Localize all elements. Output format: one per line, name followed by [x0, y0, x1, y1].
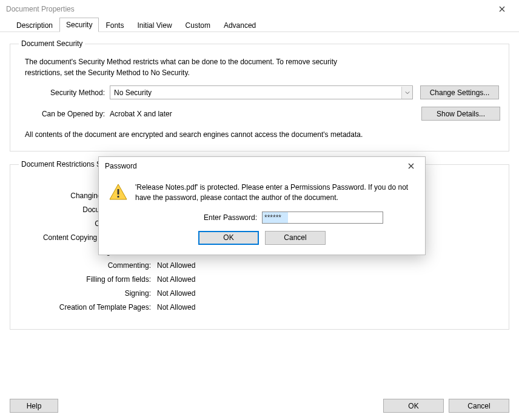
password-input[interactable]: [262, 212, 383, 224]
tab-security[interactable]: Security: [59, 18, 99, 32]
restriction-value: Not Allowed: [157, 275, 195, 284]
window-titlebar: Document Properties: [0, 0, 519, 18]
security-method-value: No Security: [114, 88, 152, 97]
document-security-legend: Document Security: [19, 39, 85, 48]
password-dialog-title: Password: [105, 162, 137, 170]
restriction-label: Commenting:: [19, 261, 157, 270]
svg-rect-1: [118, 196, 119, 198]
security-method-label: Security Method:: [19, 88, 110, 97]
tab-advanced[interactable]: Advanced: [217, 18, 263, 32]
restriction-row: Filling of form fields: Not Allowed: [19, 275, 500, 284]
tab-custom[interactable]: Custom: [179, 18, 217, 32]
svg-rect-0: [118, 189, 119, 195]
close-icon: [499, 6, 505, 12]
restriction-label: Creation of Template Pages:: [19, 303, 157, 312]
password-dialog-titlebar: Password: [99, 157, 425, 175]
restriction-row: Signing: Not Allowed: [19, 289, 500, 298]
close-icon: [408, 163, 414, 169]
tab-initial-view[interactable]: Initial View: [130, 18, 178, 32]
tab-fonts[interactable]: Fonts: [99, 18, 130, 32]
help-button[interactable]: Help: [10, 399, 58, 413]
password-ok-button[interactable]: OK: [198, 231, 259, 245]
security-method-row: Security Method: No Security Change Sett…: [19, 85, 500, 99]
restriction-label: Filling of form fields:: [19, 275, 157, 284]
restriction-value: Not Allowed: [157, 261, 195, 270]
password-cancel-button[interactable]: Cancel: [265, 231, 326, 245]
tab-description[interactable]: Description: [10, 18, 59, 32]
restriction-value: Not Allowed: [157, 303, 195, 312]
ok-button[interactable]: OK: [383, 399, 444, 413]
security-method-select[interactable]: No Security: [110, 85, 413, 99]
restriction-row: Creation of Template Pages: Not Allowed: [19, 303, 500, 312]
show-details-button[interactable]: Show Details...: [421, 107, 500, 121]
open-by-value: Acrobat X and later: [110, 110, 172, 118]
open-by-row: Can be Opened by: Acrobat X and later Sh…: [19, 107, 500, 121]
password-dialog-message: 'Release Notes.pdf' is protected. Please…: [135, 182, 415, 203]
chevron-down-icon: [401, 87, 412, 99]
password-dialog-close-button[interactable]: [402, 163, 420, 169]
encryption-note: All contents of the document are encrypt…: [25, 129, 364, 140]
restriction-label: Signing:: [19, 289, 157, 298]
window-title: Document Properties: [6, 5, 75, 13]
cancel-button[interactable]: Cancel: [449, 399, 509, 413]
restriction-row: Commenting: Not Allowed: [19, 261, 500, 270]
restriction-value: Not Allowed: [157, 289, 195, 298]
open-by-label: Can be Opened by:: [19, 110, 110, 118]
document-security-group: Document Security The document's Securit…: [10, 39, 509, 152]
password-dialog: Password 'Release Notes.pdf' is protecte…: [98, 156, 426, 255]
password-dialog-body: 'Release Notes.pdf' is protected. Please…: [99, 175, 425, 255]
document-security-description: The document's Security Method restricts…: [25, 56, 340, 78]
tab-strip: Description Security Fonts Initial View …: [0, 18, 519, 32]
enter-password-label: Enter Password:: [141, 213, 262, 222]
dialog-footer: Help OK Cancel: [10, 399, 509, 413]
warning-icon: [109, 182, 128, 202]
window-close-button[interactable]: [490, 1, 514, 17]
change-settings-button[interactable]: Change Settings...: [420, 85, 499, 99]
